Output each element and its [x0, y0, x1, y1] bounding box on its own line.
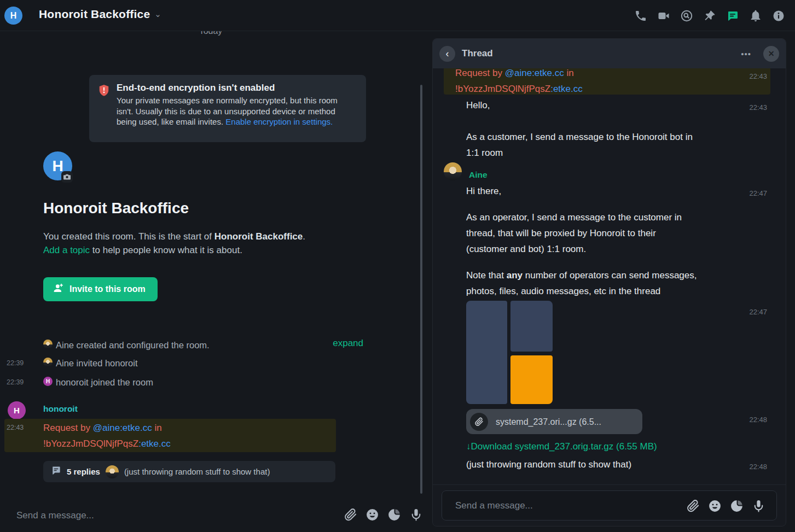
thread-message[interactable]: Hello, [466, 97, 490, 113]
thread-composer-actions [686, 499, 765, 513]
image-block-top-right [510, 301, 553, 352]
chevron-down-icon: ⌄ [154, 9, 161, 19]
thread-summary[interactable]: 5 replies (just throwing random stuff to… [43, 461, 335, 482]
room-avatar-large[interactable]: H [43, 151, 72, 180]
user-mention-link[interactable]: @aine:etke.cc [505, 68, 564, 78]
thread-message-line[interactable]: 1:1 room [466, 145, 503, 161]
image-attachment[interactable] [466, 301, 572, 405]
enable-encryption-link[interactable]: Enable encryption in settings. [225, 117, 333, 126]
sticker-icon[interactable] [387, 508, 401, 522]
notifications-icon[interactable] [749, 9, 762, 22]
timestamp: 22:48 [749, 459, 767, 475]
expand-link[interactable]: expand [333, 338, 363, 349]
thread-message[interactable]: (just throwing random stuff to show that… [466, 457, 631, 472]
message-sender[interactable]: honoroit [43, 404, 78, 414]
file-attachment[interactable]: systemd_237.ori...gz (6.5... [466, 409, 642, 434]
video-call-icon[interactable] [657, 9, 670, 22]
thread-footer [433, 484, 786, 526]
room-info-icon[interactable] [772, 9, 785, 22]
thread-message-line[interactable]: photos, files, audio messages, etc in th… [466, 283, 660, 299]
thread-header: ‹ Thread ••• ✕ [433, 39, 786, 68]
image-block-left [466, 301, 507, 404]
warning-title: End-to-end encryption isn't enabled [117, 83, 356, 93]
aine-avatar [106, 465, 119, 478]
thread-root-line1: Request by @aine:etke.cc in [455, 68, 574, 81]
timestamp: 22:43 [749, 68, 767, 84]
aine-avatar[interactable] [43, 340, 53, 349]
thread-message-input[interactable] [455, 498, 674, 514]
image-block-orange [510, 355, 553, 404]
room-mention-link[interactable]: :etke.cc [138, 439, 171, 449]
thread-message-line[interactable]: (customer and bot) 1:1 room. [466, 241, 586, 257]
thread-message-line[interactable]: As an operator, I send a message to the … [466, 209, 682, 225]
microphone-icon[interactable] [752, 499, 765, 513]
download-link[interactable]: ↓Download systemd_237.orig.tar.gz (6.55 … [466, 439, 657, 454]
timestamp: 22:43 [749, 100, 767, 115]
thread-message-line[interactable]: Note that any number of operators can se… [466, 267, 697, 283]
encryption-warning: End-to-end encryption isn't enabled Your… [89, 75, 366, 142]
thread-composer [442, 490, 777, 521]
thread-message-line[interactable]: thread, that will be proxied by Honoroit… [466, 225, 656, 241]
add-topic-link[interactable]: Add a topic [43, 245, 90, 255]
room-intro-text: You created this room. This is the start… [43, 230, 382, 257]
microphone-icon[interactable] [409, 508, 423, 522]
room-name[interactable]: Honoroit Backoffice⌄ [39, 8, 161, 21]
honoroit-avatar[interactable]: H [43, 377, 53, 386]
encryption-warning-text: End-to-end encryption isn't enabled Your… [117, 83, 356, 135]
thread-message-line[interactable]: As a customer, I send a message to the H… [466, 129, 693, 145]
more-options-icon[interactable]: ••• [741, 49, 751, 59]
back-icon[interactable]: ‹ [439, 46, 455, 62]
attachment-icon[interactable] [344, 508, 357, 522]
message-input[interactable] [16, 507, 323, 524]
warning-body: Your private messages are normally encry… [117, 95, 356, 127]
room-intro-title: Honoroit Backoffice [43, 200, 189, 217]
app-window: H Honoroit Backoffice⌄ [0, 0, 795, 532]
attachment-icon[interactable] [686, 499, 700, 513]
aine-avatar[interactable] [43, 358, 53, 367]
voice-call-icon[interactable] [634, 9, 647, 22]
thread-preview: (just throwing random stuff to show that… [124, 467, 270, 476]
thread-title: Thread [462, 48, 734, 59]
thread-timeline: Request by @aine:etke.cc in !bYozzJmDSQl… [433, 68, 786, 484]
main-composer [0, 499, 432, 532]
invite-button[interactable]: Invite to this room [43, 277, 158, 301]
timeline-panel: Today End-to-end encryption isn't enable… [0, 31, 432, 532]
event-joined: 22:39 H honoroit joined the room [0, 375, 421, 391]
composer-actions [344, 508, 423, 522]
room-avatar[interactable]: H [4, 7, 22, 25]
sticker-icon[interactable] [730, 499, 744, 513]
invite-user-icon [53, 283, 64, 296]
reply-count: 5 replies [67, 467, 100, 476]
pin-icon[interactable] [703, 9, 716, 22]
message-timestamp: 22:43 [7, 424, 24, 431]
download-arrow-icon: ↓ [466, 441, 471, 452]
emoji-icon[interactable] [365, 508, 379, 522]
thread-root-line2: !bYozzJmDSQlNjfPqsZ:etke.cc [455, 81, 583, 97]
emoji-icon[interactable] [708, 499, 722, 513]
sender-name[interactable]: Aine [469, 167, 488, 183]
thread-message[interactable]: Hi there, [466, 183, 501, 199]
message-body: Request by @aine:etke.cc in !bYozzJmDSQl… [43, 420, 171, 452]
room-mention-link[interactable]: :etke.cc [550, 84, 583, 94]
event-invited: 22:39 Aine invited honoroit [0, 356, 421, 372]
paperclip-icon [470, 413, 488, 431]
timeline-scrollbar[interactable] [420, 85, 422, 494]
shield-warning-icon [98, 83, 110, 135]
timestamp: 22:48 [749, 412, 767, 428]
highlighted-message[interactable]: 22:43 Request by @aine:etke.cc in !bYozz… [4, 419, 336, 452]
threads-icon[interactable] [726, 9, 739, 22]
event-room-created: Aine created and configured the room. ex… [0, 338, 421, 354]
timestamp: 22:47 [749, 185, 767, 201]
aine-avatar[interactable] [444, 162, 462, 180]
camera-icon [61, 171, 73, 183]
header-actions [634, 0, 785, 31]
thread-panel: ‹ Thread ••• ✕ Request by @aine:etke.cc … [432, 38, 786, 527]
thread-summary-icon [51, 465, 61, 478]
user-mention-link[interactable]: @aine:etke.cc [93, 423, 152, 433]
room-header: H Honoroit Backoffice⌄ [0, 0, 795, 31]
close-icon[interactable]: ✕ [763, 46, 779, 62]
honoroit-avatar[interactable]: H [8, 401, 26, 419]
search-icon[interactable] [680, 9, 693, 22]
file-name: systemd_237.ori...gz (6.5... [496, 414, 601, 430]
timestamp: 22:47 [749, 304, 767, 320]
